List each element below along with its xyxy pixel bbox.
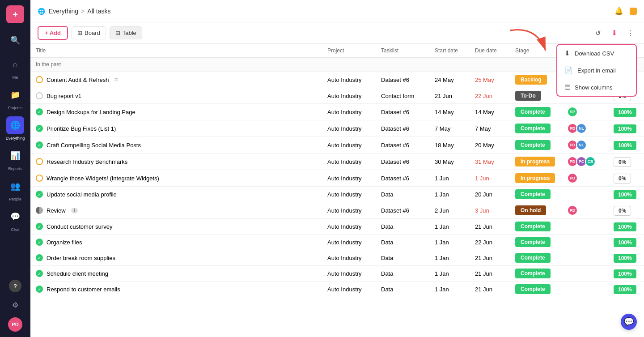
refresh-button[interactable]: ↺ bbox=[591, 26, 605, 40]
task-stage: Complete bbox=[510, 250, 564, 266]
task-title-cell: ✓Design Mockups for Landing Page bbox=[36, 108, 317, 115]
filter-button[interactable]: ⬇ bbox=[607, 26, 621, 40]
progress-pill: 100% bbox=[614, 222, 636, 231]
settings-icon[interactable]: ⚙ bbox=[6, 296, 24, 314]
task-stage: Complete bbox=[510, 282, 564, 297]
sidebar-item-chat[interactable]: 💬 Chat bbox=[4, 206, 26, 234]
task-tasklist: Data bbox=[376, 219, 429, 235]
table-row[interactable]: ✓Order break room suppliesAuto IndustryD… bbox=[30, 250, 644, 266]
global-add-button[interactable]: + bbox=[6, 5, 24, 23]
table-view-button[interactable]: ⊟ Table bbox=[110, 26, 142, 39]
table-row[interactable]: ✓Update social media profileAuto Industr… bbox=[30, 187, 644, 202]
task-project: Auto Industry bbox=[322, 170, 376, 187]
toolbar: + Add ⊞ Board ⊟ Table ↺ ⬇ ⋮ bbox=[30, 22, 644, 44]
task-stage: In progress bbox=[510, 154, 564, 170]
task-tasklist: Dataset #6 bbox=[376, 104, 429, 120]
task-title: Organize files bbox=[47, 239, 82, 246]
col-header-title: Title bbox=[30, 44, 322, 58]
task-start-date: 30 May bbox=[429, 154, 470, 170]
export-email-label: Export in email bbox=[577, 67, 616, 74]
stage-badge: Complete bbox=[515, 269, 551, 278]
download-csv-item[interactable]: ⬇ Download CSV bbox=[557, 45, 636, 62]
progress-pill: 0% bbox=[614, 174, 631, 183]
help-icon[interactable]: ? bbox=[9, 280, 21, 292]
task-tasklist: Dataset #6 bbox=[376, 154, 429, 170]
task-start-date: 21 Jun bbox=[429, 88, 470, 104]
table-row[interactable]: Content Audit & Refresh≡Auto IndustryDat… bbox=[30, 72, 644, 88]
task-table-area: Title Project Tasklist Start date Due da… bbox=[30, 44, 644, 337]
toolbar-right: ↺ ⬇ ⋮ bbox=[591, 26, 637, 40]
sidebar-item-search[interactable]: 🔍 bbox=[4, 30, 26, 51]
task-assignees: PDPCCB bbox=[564, 154, 608, 170]
chat-support-button[interactable]: 💬 bbox=[621, 314, 637, 330]
task-title: Design Mockups for Landing Page bbox=[47, 109, 136, 115]
task-due-date: 31 May bbox=[470, 154, 510, 170]
task-due-date: 21 Jun bbox=[470, 250, 510, 266]
table-row[interactable]: ✓Craft Compelling Social Media PostsAuto… bbox=[30, 137, 644, 154]
table-row[interactable]: ✓Organize filesAuto IndustryData1 Jan22 … bbox=[30, 235, 644, 250]
search-icon: 🔍 bbox=[6, 31, 24, 49]
sidebar-item-me[interactable]: ⌂ Me bbox=[4, 54, 26, 81]
task-start-date: 1 Jan bbox=[429, 219, 470, 235]
table-row[interactable]: Wrangle those Widgets! (Integrate Widget… bbox=[30, 170, 644, 187]
show-columns-item[interactable]: ☰ Show columns bbox=[557, 79, 636, 96]
task-project: Auto Industry bbox=[322, 120, 376, 137]
task-tasklist: Contact form bbox=[376, 88, 429, 104]
task-project: Auto Industry bbox=[322, 154, 376, 170]
globe-icon: 🌐 bbox=[6, 116, 24, 134]
task-project: Auto Industry bbox=[322, 104, 376, 120]
task-title-cell: Bug report v1 bbox=[36, 92, 317, 99]
task-stage: Complete bbox=[510, 187, 564, 202]
task-tasklist: Data bbox=[376, 282, 429, 297]
table-row[interactable]: ✓Schedule client meetingAuto IndustryDat… bbox=[30, 266, 644, 282]
table-row[interactable]: ✓Respond to customer emailsAuto Industry… bbox=[30, 282, 644, 297]
task-assignees: PD bbox=[564, 170, 608, 187]
table-row[interactable]: ✓Conduct customer surveyAuto IndustryDat… bbox=[30, 219, 644, 235]
sidebar-item-everything[interactable]: 🌐 Everything bbox=[4, 115, 27, 142]
task-title-cell: Wrangle those Widgets! (Integrate Widget… bbox=[36, 175, 317, 182]
task-start-date: 1 Jan bbox=[429, 266, 470, 282]
assignee-avatar: SP bbox=[567, 107, 578, 117]
table-row[interactable]: ✓Design Mockups for Landing PageAuto Ind… bbox=[30, 104, 644, 120]
task-start-date: 18 May bbox=[429, 137, 470, 154]
sidebar-item-projects[interactable]: 📁 Projects bbox=[4, 84, 26, 112]
task-start-date: 14 May bbox=[429, 104, 470, 120]
stage-badge: On hold bbox=[515, 205, 546, 215]
more-options-button[interactable]: ⋮ bbox=[623, 26, 637, 40]
task-project: Auto Industry bbox=[322, 282, 376, 297]
board-view-button[interactable]: ⊞ Board bbox=[72, 26, 106, 39]
task-project: Auto Industry bbox=[322, 235, 376, 250]
task-title-cell: Review1 bbox=[36, 207, 317, 214]
breadcrumb-root[interactable]: Everything bbox=[49, 8, 78, 15]
notification-button[interactable]: 🔔 bbox=[612, 4, 626, 18]
assignee-avatar: PD bbox=[567, 205, 578, 216]
task-assignees bbox=[564, 219, 608, 235]
stage-badge: Backlog bbox=[515, 75, 547, 85]
add-button[interactable]: + Add bbox=[38, 26, 68, 40]
assignee-avatar: CB bbox=[585, 156, 596, 167]
sidebar-item-people[interactable]: 👥 People bbox=[4, 175, 26, 203]
task-title: Prioritize Bug Fixes (List 1) bbox=[47, 125, 116, 132]
sidebar-item-reports[interactable]: 📊 Reports bbox=[4, 145, 26, 173]
task-assignees: PDNL bbox=[564, 137, 608, 154]
task-table: Title Project Tasklist Start date Due da… bbox=[30, 44, 644, 297]
task-tasklist: Dataset #6 bbox=[376, 72, 429, 88]
task-progress: 0% bbox=[608, 154, 644, 170]
task-start-date: 1 Jan bbox=[429, 187, 470, 202]
task-stage: Complete bbox=[510, 235, 564, 250]
task-stage: Complete bbox=[510, 104, 564, 120]
table-row[interactable]: Bug report v1Auto IndustryContact form21… bbox=[30, 88, 644, 104]
table-row[interactable]: ✓Prioritize Bug Fixes (List 1)Auto Indus… bbox=[30, 120, 644, 137]
task-assignees: PDNL bbox=[564, 120, 608, 137]
progress-pill: 100% bbox=[614, 269, 636, 278]
download-csv-label: Download CSV bbox=[575, 50, 614, 57]
table-row[interactable]: Research Industry BenchmarksAuto Industr… bbox=[30, 154, 644, 170]
export-email-item[interactable]: 📄 Export in email bbox=[557, 62, 636, 79]
task-progress: 0% bbox=[608, 202, 644, 219]
user-avatar[interactable]: PD bbox=[8, 317, 22, 332]
orange-status-square bbox=[630, 8, 637, 15]
task-title-cell: ✓Prioritize Bug Fixes (List 1) bbox=[36, 125, 317, 132]
table-row[interactable]: Review1Auto IndustryDataset #62 Jun3 Jun… bbox=[30, 202, 644, 219]
progress-pill: 100% bbox=[614, 254, 636, 263]
task-start-date: 1 Jan bbox=[429, 282, 470, 297]
